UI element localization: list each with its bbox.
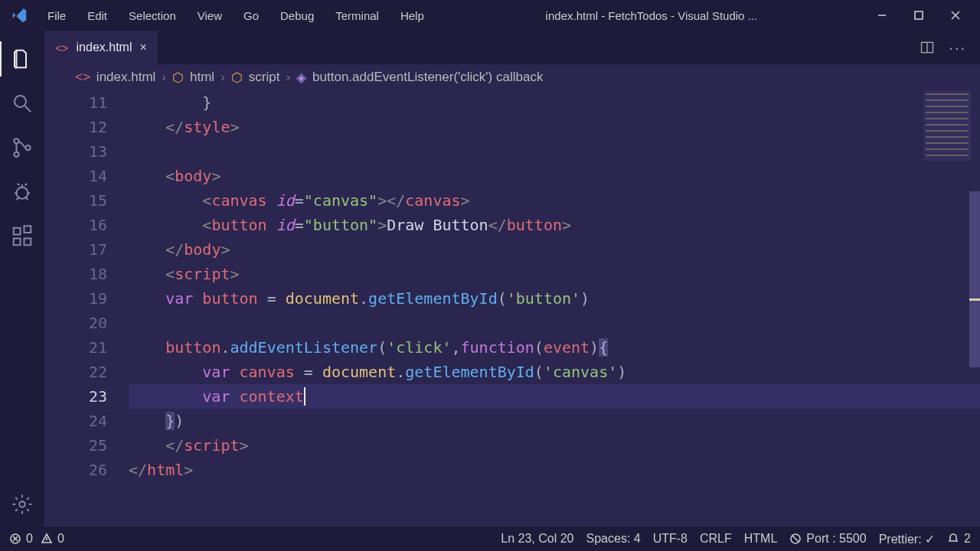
line-number: 21: [44, 335, 107, 360]
warning-count: 0: [57, 532, 64, 546]
line-number: 11: [44, 90, 107, 115]
window-controls: [864, 0, 974, 31]
tab-label: index.html: [77, 41, 132, 54]
line-number: 20: [44, 311, 107, 335]
menu-selection[interactable]: Selection: [119, 6, 185, 25]
status-prettier[interactable]: Prettier: ✓: [879, 532, 935, 546]
code-line[interactable]: <script>: [129, 262, 980, 286]
code-line[interactable]: </style>: [129, 115, 980, 139]
svg-rect-12: [24, 239, 31, 246]
line-number: 14: [44, 164, 107, 188]
line-gutter: 11121314151617181920212223242526: [44, 90, 129, 527]
status-bar: 0 0 Ln 23, Col 20 Spaces: 4 UTF-8 CRLF H…: [0, 527, 980, 551]
menu-bar: FileEditSelectionViewGoDebugTerminalHelp: [38, 6, 433, 25]
editor-area: <> index.html × ··· <> index.html › ⬡ ht…: [44, 31, 980, 527]
line-number: 23: [44, 384, 107, 409]
svg-point-8: [25, 145, 30, 150]
status-notifications[interactable]: 2: [947, 532, 971, 546]
activity-bar: [0, 31, 44, 527]
breadcrumb-item[interactable]: html: [190, 70, 214, 85]
svg-point-6: [14, 139, 18, 143]
port-label: Port : 5500: [806, 532, 866, 546]
menu-file[interactable]: File: [38, 6, 75, 25]
titlebar: FileEditSelectionViewGoDebugTerminalHelp…: [0, 0, 980, 31]
more-actions-icon[interactable]: ···: [949, 39, 966, 57]
svg-point-14: [19, 501, 25, 507]
minimize-button[interactable]: [864, 0, 900, 31]
menu-view[interactable]: View: [188, 6, 231, 25]
svg-line-5: [25, 106, 31, 112]
line-number: 15: [44, 188, 107, 213]
line-number: 25: [44, 433, 107, 458]
chevron-right-icon: ›: [220, 70, 225, 85]
scrollbar[interactable]: [969, 191, 980, 367]
debug-icon[interactable]: [0, 170, 44, 214]
code-line[interactable]: var context: [129, 384, 980, 409]
source-control-icon[interactable]: [0, 126, 44, 170]
menu-edit[interactable]: Edit: [78, 6, 116, 25]
code-line[interactable]: [129, 311, 980, 335]
code-line[interactable]: </html>: [129, 458, 980, 482]
code-line[interactable]: <button id="button">Draw Button</button>: [129, 213, 980, 237]
status-cursor-position[interactable]: Ln 23, Col 20: [501, 532, 573, 546]
menu-go[interactable]: Go: [234, 6, 268, 25]
minimap[interactable]: [923, 90, 971, 161]
line-number: 26: [44, 458, 107, 482]
explorer-icon[interactable]: [0, 37, 44, 81]
status-indentation[interactable]: Spaces: 4: [586, 532, 641, 546]
line-number: 18: [44, 262, 107, 286]
code-line[interactable]: var button = document.getElementById('bu…: [129, 286, 980, 311]
close-button[interactable]: [937, 0, 974, 31]
status-encoding[interactable]: UTF-8: [653, 532, 688, 546]
chevron-right-icon: ›: [286, 70, 290, 85]
line-number: 22: [44, 360, 107, 384]
breadcrumb-item[interactable]: script: [249, 70, 280, 85]
line-number: 13: [44, 139, 107, 164]
line-number: 12: [44, 115, 107, 139]
code-line[interactable]: var canvas = document.getElementById('ca…: [129, 360, 980, 384]
breadcrumb-item[interactable]: button.addEventListener('click') callbac…: [312, 70, 543, 85]
error-count: 0: [26, 532, 33, 546]
svg-rect-1: [915, 11, 923, 19]
svg-rect-13: [24, 226, 31, 233]
tab-close-icon[interactable]: ×: [139, 41, 146, 54]
code-line[interactable]: [129, 139, 980, 164]
tab-index-html[interactable]: <> index.html ×: [44, 31, 158, 64]
search-icon[interactable]: [0, 81, 44, 126]
vscode-logo-icon: [11, 7, 28, 24]
code-line[interactable]: </script>: [129, 433, 980, 458]
menu-terminal[interactable]: Terminal: [326, 6, 388, 25]
status-eol[interactable]: CRLF: [700, 532, 732, 546]
status-warnings[interactable]: 0: [41, 532, 64, 546]
svg-point-4: [15, 96, 26, 107]
code-line[interactable]: }: [129, 90, 980, 115]
html-file-icon: <>: [55, 41, 69, 54]
maximize-button[interactable]: [900, 0, 937, 31]
method-icon: ◈: [296, 70, 306, 86]
line-number: 16: [44, 213, 107, 237]
code-line[interactable]: button.addEventListener('click',function…: [129, 335, 980, 360]
window-title: index.html - FetchTodos - Visual Studio …: [433, 9, 864, 22]
line-number: 17: [44, 237, 107, 262]
menu-help[interactable]: Help: [391, 6, 433, 25]
code-content[interactable]: } </style> <body> <canvas id="canvas"></…: [129, 90, 980, 527]
code-line[interactable]: }): [129, 409, 980, 433]
menu-debug[interactable]: Debug: [271, 6, 323, 25]
code-editor[interactable]: 11121314151617181920212223242526 } </sty…: [44, 90, 980, 527]
symbol-icon: ⬡: [231, 70, 243, 86]
notification-count: 2: [964, 532, 971, 546]
line-number: 19: [44, 286, 107, 311]
breadcrumb[interactable]: <> index.html › ⬡ html › ⬡ script › ◈ bu…: [44, 64, 980, 90]
code-line[interactable]: </body>: [129, 237, 980, 262]
split-editor-icon[interactable]: [920, 40, 935, 55]
code-line[interactable]: <body>: [129, 164, 980, 188]
breadcrumb-item[interactable]: index.html: [96, 70, 155, 85]
status-language[interactable]: HTML: [744, 532, 778, 546]
code-line[interactable]: <canvas id="canvas"></canvas>: [129, 188, 980, 213]
symbol-icon: ⬡: [172, 70, 184, 86]
status-live-server[interactable]: Port : 5500: [789, 532, 866, 546]
settings-gear-icon[interactable]: [0, 482, 44, 527]
status-errors[interactable]: 0: [9, 532, 33, 546]
extensions-icon[interactable]: [0, 214, 44, 259]
html-file-icon: <>: [75, 70, 90, 85]
